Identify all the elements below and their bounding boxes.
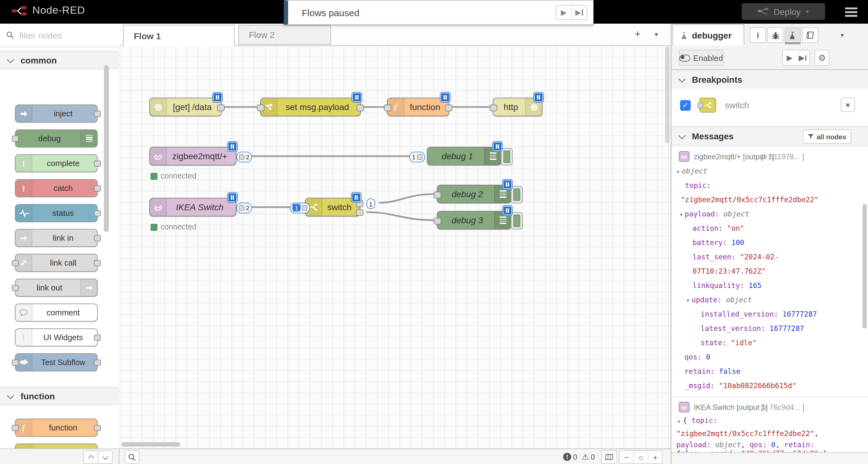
debugger-play-button[interactable]: ▶ xyxy=(782,50,797,66)
add-flow-button[interactable]: + xyxy=(635,29,641,40)
palette-node-comment[interactable]: comment xyxy=(15,303,98,322)
message-ref[interactable]: [> 511978... ] xyxy=(761,153,804,161)
breakpoint-count-badge-debug1-in[interactable]: 1 xyxy=(409,152,425,162)
canvas-search-button[interactable] xyxy=(124,450,140,464)
error-count[interactable]: ! 0 ⚠ 0 xyxy=(563,452,595,462)
breakpoint-count-badge-ikea-out[interactable]: 2 xyxy=(237,202,252,213)
palette-node-switch[interactable]: switch xyxy=(15,443,98,449)
pause-badge[interactable] xyxy=(503,180,512,189)
palette-node-catch[interactable]: ! catch xyxy=(15,179,98,197)
tab-debug-messages[interactable] xyxy=(767,27,783,43)
messages-section-header[interactable]: Messages all nodes xyxy=(671,126,868,146)
pause-badge[interactable] xyxy=(352,93,362,102)
tab-list-caret-icon[interactable]: ▾ xyxy=(655,31,658,39)
pause-badge[interactable] xyxy=(228,142,237,151)
palette-node-function[interactable]: ƒ function xyxy=(15,419,98,437)
input-port[interactable] xyxy=(490,104,497,111)
breakpoint-row-switch[interactable]: ✓ switch × xyxy=(671,89,868,121)
resume-flows-button[interactable]: ▶ xyxy=(556,6,571,19)
zoom-out-button[interactable]: − xyxy=(620,451,633,463)
debugger-enabled-toggle[interactable]: Enabled xyxy=(679,50,724,66)
palette-node-link-out[interactable]: link out xyxy=(15,279,98,297)
navigator-map-button[interactable] xyxy=(601,450,617,464)
main-menu-button[interactable] xyxy=(845,7,858,17)
input-port[interactable] xyxy=(257,104,265,111)
palette-node-link-in[interactable]: link in xyxy=(15,229,98,247)
palette-node-link-call[interactable]: link call xyxy=(15,254,98,272)
output-port-2[interactable] xyxy=(356,209,363,216)
debug-toggle-button[interactable] xyxy=(511,212,523,230)
pause-badge[interactable] xyxy=(213,93,222,102)
deploy-button[interactable]: Deploy ▾ xyxy=(742,3,825,20)
node-debug-1[interactable]: debug 1 xyxy=(427,147,501,165)
node-set-msg-payload[interactable]: set msg.payload xyxy=(260,98,361,116)
json-row[interactable]: ▸{ topic: xyxy=(678,416,717,425)
node-function[interactable]: ƒ function xyxy=(387,98,449,116)
tab-flow-2[interactable]: Flow 2 xyxy=(238,25,331,45)
pause-badge[interactable] xyxy=(534,93,543,102)
output-port[interactable] xyxy=(445,104,452,111)
input-port[interactable] xyxy=(434,191,441,198)
tab-debugger[interactable]: debugger xyxy=(673,24,744,45)
tab-flow-1[interactable]: Flow 1 xyxy=(123,25,235,46)
remove-breakpoint-button[interactable]: × xyxy=(841,98,855,112)
node-ikea-switch[interactable]: IKEA Switch xyxy=(149,198,237,217)
sidebar-menu-caret-icon[interactable]: ▾ xyxy=(841,32,844,39)
tab-docs[interactable] xyxy=(802,27,818,43)
sidebar-scrollbar[interactable] xyxy=(862,204,867,328)
message-source[interactable]: IKEA Switch [output 1] xyxy=(679,402,768,412)
canvas-horizontal-scrollbar[interactable] xyxy=(121,442,181,446)
palette-node-ui-widgets[interactable]: ! UI Widgets xyxy=(15,328,98,346)
palette-expand-all-button[interactable] xyxy=(98,450,113,464)
json-row[interactable]: ▾update: object xyxy=(686,295,752,304)
palette-collapse-all-button[interactable] xyxy=(83,450,98,464)
palette-node-complete[interactable]: ! complete xyxy=(15,154,98,172)
palette-node-debug[interactable]: debug xyxy=(15,129,98,147)
breakpoint-count-badge-switch-out1[interactable]: 1 xyxy=(367,198,375,209)
canvas-footer: ! 0 ⚠ 0 − ○ + xyxy=(120,449,671,464)
palette-category-common[interactable]: common xyxy=(0,51,119,69)
breakpoint-active-badge-switch-in[interactable]: 1 xyxy=(290,202,310,213)
pause-badge[interactable] xyxy=(503,206,512,215)
node-http-in[interactable]: [get] /data xyxy=(149,98,221,116)
pause-badge[interactable] xyxy=(351,193,361,202)
message-source[interactable]: zigbee2mqtt/+ [output 1] xyxy=(679,151,774,162)
tab-info[interactable]: i xyxy=(750,27,766,43)
pause-badge[interactable] xyxy=(493,142,502,151)
step-next-button[interactable]: ▶ xyxy=(571,6,587,19)
tab-debugger-flask-active[interactable] xyxy=(785,27,801,44)
palette-scrollbar[interactable] xyxy=(104,65,109,232)
output-port[interactable] xyxy=(217,104,225,111)
palette-search[interactable]: filter nodes xyxy=(0,24,119,47)
palette-node-inject[interactable]: inject xyxy=(15,104,98,123)
node-zigbee2mqtt[interactable]: zigbee2mqtt/+ xyxy=(149,147,237,165)
json-row[interactable]: ▾object xyxy=(676,167,708,175)
pause-badge[interactable] xyxy=(228,193,237,202)
node-debug-3[interactable]: debug 3 xyxy=(437,211,512,230)
breakpoint-checkbox[interactable]: ✓ xyxy=(680,100,691,110)
zoom-reset-button[interactable]: ○ xyxy=(633,451,648,463)
flow-canvas[interactable]: [get] /data set msg.payload ƒ function h… xyxy=(120,45,671,449)
deploy-caret-icon[interactable]: ▾ xyxy=(806,8,809,15)
debug-toggle-button[interactable] xyxy=(501,148,513,165)
input-port[interactable] xyxy=(434,218,441,224)
node-debug-2[interactable]: debug 2 xyxy=(437,185,512,203)
palette-category-function[interactable]: function xyxy=(0,387,119,405)
input-port[interactable] xyxy=(384,104,392,111)
json-row[interactable]: ▾payload: object xyxy=(679,210,749,218)
message-filter-button[interactable]: all nodes xyxy=(803,129,851,144)
debugger-settings-button[interactable]: ⚙ xyxy=(814,50,830,66)
debug-toggle-button[interactable] xyxy=(511,186,523,203)
node-http-response[interactable]: http xyxy=(493,98,542,116)
message-ref[interactable]: [> 76c9d4... ] xyxy=(761,403,804,412)
canvas-vertical-scrollbar[interactable] xyxy=(665,47,670,143)
zoom-in-button[interactable]: + xyxy=(648,451,662,463)
pause-badge[interactable] xyxy=(440,93,450,102)
palette-node-test-subflow[interactable]: Test Subflow xyxy=(15,353,98,371)
breakpoint-count-badge-zigbee-out[interactable]: 2 xyxy=(237,152,252,162)
debugger-step-button[interactable]: ▶ xyxy=(796,50,810,66)
breakpoints-section-header[interactable]: Breakpoints xyxy=(671,70,868,90)
palette-node-status[interactable]: status xyxy=(15,204,98,222)
node-switch[interactable]: switch xyxy=(305,198,360,217)
output-port[interactable] xyxy=(356,104,364,111)
